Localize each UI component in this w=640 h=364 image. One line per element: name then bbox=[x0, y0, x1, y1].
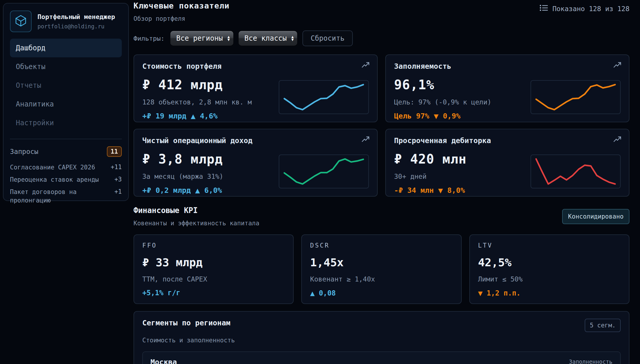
fin-subtext: Лимит ≤ 50% bbox=[478, 275, 621, 283]
list-icon bbox=[539, 4, 548, 14]
kpi-title: Заполняемость bbox=[394, 62, 491, 71]
account-email: portfolio@holding.ru bbox=[37, 23, 115, 30]
trend-up-icon bbox=[362, 136, 369, 145]
fin-delta: ▲ 0,08 bbox=[310, 289, 453, 298]
occupancy-label: Заполненность bbox=[569, 358, 612, 364]
segments-count-badge: 5 сегм. bbox=[585, 319, 621, 332]
requests-title: Запросы bbox=[10, 148, 38, 155]
brand-text: Портфельный менеджер portfolio@holding.r… bbox=[37, 13, 115, 30]
kpi-value: 96,1% bbox=[394, 77, 491, 92]
region-select[interactable]: Все регионы ▲▼ bbox=[170, 31, 233, 46]
request-item[interactable]: Согласование CAPEX 2026 +11 bbox=[10, 163, 122, 172]
request-label: Переоценка ставок аренды bbox=[10, 176, 99, 184]
section-title-financial-kpi: Финансовые KPI bbox=[134, 206, 259, 215]
requests-list: Согласование CAPEX 2026 +11 Переоценка с… bbox=[10, 163, 122, 205]
fin-delta: ▼ 1,2 п.п. bbox=[478, 289, 621, 298]
sparkline-chart bbox=[531, 80, 621, 114]
up-down-arrows-icon: ▲▼ bbox=[291, 35, 294, 41]
kpi-grid: Стоимость портфеля ₽ 412 млрд 128 объект… bbox=[134, 54, 629, 197]
section-subtitle: Ковенанты и эффективность капитала bbox=[134, 220, 259, 227]
reset-filters-button[interactable]: Сбросить bbox=[302, 30, 353, 46]
kpi-subtext: За месяц (маржа 31%) bbox=[142, 173, 252, 180]
segment-name: Москва bbox=[150, 358, 244, 364]
kpi-card-noi: Чистый операционный доход ₽ 3,8 млрд За … bbox=[134, 129, 378, 197]
sidebar-item-analytics[interactable]: Аналитика bbox=[10, 95, 122, 114]
kpi-delta: Цель 97% ▼ 0,9% bbox=[394, 111, 491, 121]
sidebar-item-settings[interactable]: Настройки bbox=[10, 114, 122, 132]
sidebar: Портфельный менеджер portfolio@holding.r… bbox=[3, 3, 129, 201]
fin-subtext: Ковенант ≥ 1,40x bbox=[310, 275, 453, 283]
main-content: Ключевые показатели Обзор портфеля Показ… bbox=[129, 0, 640, 364]
trend-up-icon bbox=[613, 61, 621, 71]
request-count: +11 bbox=[111, 164, 122, 172]
cube-icon bbox=[14, 14, 28, 29]
filters-label: Фильтры: bbox=[134, 35, 165, 42]
segments-title: Сегменты по регионам bbox=[142, 319, 230, 327]
kpi-subtext: 128 объектов, 2,8 млн кв. м bbox=[142, 98, 252, 106]
kpi-card-portfolio-value: Стоимость портфеля ₽ 412 млрд 128 объект… bbox=[134, 54, 378, 122]
sidebar-item-label: Отчеты bbox=[16, 81, 41, 90]
kpi-title: Чистый операционный доход bbox=[142, 136, 252, 145]
class-select[interactable]: Все классы ▲▼ bbox=[239, 31, 297, 46]
sidebar-item-reports[interactable]: Отчеты bbox=[10, 76, 122, 95]
kpi-card-overdue-receivables: Просроченная дебиторка ₽ 420 млн 30+ дне… bbox=[385, 129, 629, 197]
segments-card: Сегменты по регионам 5 сегм. Стоимость и… bbox=[134, 311, 629, 364]
up-triangle-icon: ▲ bbox=[191, 111, 196, 121]
request-item[interactable]: Пакет договоров на пролонгацию +1 bbox=[10, 188, 122, 205]
fin-label: FFO bbox=[142, 242, 285, 249]
kpi-delta: +₽ 0,2 млрд ▲ 6,0% bbox=[142, 186, 252, 195]
fin-value: 1,45x bbox=[310, 256, 453, 269]
fin-value: ₽ 33 млрд bbox=[142, 256, 285, 269]
sparkline-chart bbox=[531, 154, 621, 188]
segments-subtitle: Стоимость и заполненность bbox=[142, 337, 621, 344]
fin-card-dscr: DSCR 1,45x Ковенант ≥ 1,40x ▲ 0,08 bbox=[301, 234, 461, 304]
financial-kpi-grid: FFO ₽ 33 млрд TTM, после CAPEX +5,1% г/г… bbox=[134, 234, 629, 304]
request-count: +1 bbox=[114, 188, 122, 205]
up-triangle-icon: ▲ bbox=[310, 289, 315, 298]
fin-card-ltv: LTV 42,5% Лимит ≤ 50% ▼ 1,2 п.п. bbox=[469, 234, 629, 304]
kpi-delta: -₽ 34 млн ▼ 8,0% bbox=[394, 186, 491, 195]
trend-up-icon bbox=[613, 136, 621, 145]
kpi-value: ₽ 3,8 млрд bbox=[142, 152, 252, 166]
sidebar-item-label: Объекты bbox=[16, 63, 45, 71]
sidebar-item-objects[interactable]: Объекты bbox=[10, 57, 122, 76]
region-select-value: Все регионы bbox=[176, 34, 223, 42]
request-item[interactable]: Переоценка ставок аренды +3 bbox=[10, 176, 122, 184]
up-triangle-icon: ▲ bbox=[195, 186, 200, 195]
page-title: Ключевые показатели bbox=[134, 1, 230, 10]
kpi-value: ₽ 412 млрд bbox=[142, 77, 252, 92]
request-count: +3 bbox=[114, 176, 122, 184]
up-down-arrows-icon: ▲▼ bbox=[227, 35, 230, 41]
page-subtitle: Обзор портфеля bbox=[134, 15, 230, 22]
brand-tile bbox=[10, 11, 32, 32]
fin-card-ffo: FFO ₽ 33 млрд TTM, после CAPEX +5,1% г/г bbox=[134, 234, 294, 304]
results-shown-text: Показано 128 из 128 bbox=[552, 5, 629, 13]
requests-count-badge: 11 bbox=[107, 146, 122, 157]
down-triangle-icon: ▼ bbox=[438, 186, 443, 195]
sidebar-item-dashboard[interactable]: Дашборд bbox=[10, 39, 122, 57]
sidebar-item-label: Дашборд bbox=[16, 44, 45, 52]
kpi-value: ₽ 420 млн bbox=[394, 152, 491, 166]
kpi-title: Просроченная дебиторка bbox=[394, 136, 491, 145]
sidebar-nav: Дашборд Объекты Отчеты Аналитика Настрой… bbox=[10, 39, 122, 132]
kpi-card-occupancy: Заполняемость 96,1% Цель: 97% (-0,9% к ц… bbox=[385, 54, 629, 122]
fin-label: DSCR bbox=[310, 242, 453, 249]
sidebar-item-label: Настройки bbox=[16, 119, 54, 127]
sparkline-chart bbox=[279, 154, 369, 188]
fin-value: 42,5% bbox=[478, 256, 621, 269]
class-select-value: Все классы bbox=[244, 34, 287, 42]
fin-delta: +5,1% г/г bbox=[142, 289, 285, 297]
down-triangle-icon: ▼ bbox=[434, 111, 438, 121]
brand: Портфельный менеджер portfolio@holding.r… bbox=[10, 11, 122, 32]
segment-row-moscow[interactable]: Москва 52 объектов • ₽ 224 млрд Заполнен… bbox=[142, 351, 621, 364]
kpi-delta: +₽ 19 млрд ▲ 4,6% bbox=[142, 111, 252, 121]
fin-label: LTV bbox=[478, 242, 621, 249]
trend-up-icon bbox=[362, 61, 369, 71]
request-label: Пакет договоров на пролонгацию bbox=[10, 188, 110, 205]
request-label: Согласование CAPEX 2026 bbox=[10, 163, 95, 172]
fin-subtext: TTM, после CAPEX bbox=[142, 275, 285, 283]
sidebar-item-label: Аналитика bbox=[16, 100, 54, 108]
kpi-subtext: Цель: 97% (-0,9% к цели) bbox=[394, 98, 491, 106]
consolidated-chip[interactable]: Консолидировано bbox=[562, 209, 629, 224]
requests-section: Запросы 11 Согласование CAPEX 2026 +11 П… bbox=[10, 139, 122, 205]
